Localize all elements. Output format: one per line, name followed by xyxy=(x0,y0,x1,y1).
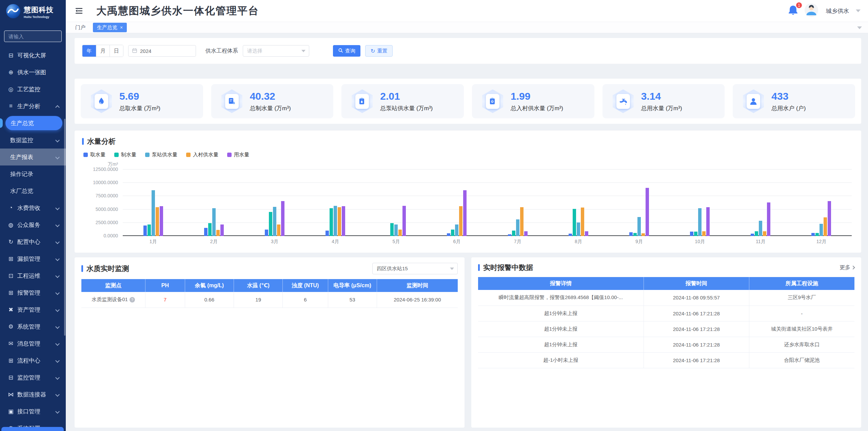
tab-portal[interactable]: 门户 xyxy=(75,24,85,31)
user-menu-caret-icon[interactable] xyxy=(856,9,861,12)
bar-制水量 xyxy=(694,232,697,236)
tab-production-overview[interactable]: 生产总览 × xyxy=(93,23,127,32)
sidebar-item-label: 消息管理 xyxy=(17,340,40,348)
sidebar-menu: ⊟可视化大屏⊕供水一张图◎工艺监控≡生产分析生产总览数据监控生产报表操作记录水厂… xyxy=(0,47,66,431)
sidebar-item-生产报表[interactable]: 生产报表 xyxy=(0,149,66,165)
sidebar-search-input[interactable] xyxy=(4,31,62,42)
sidebar-item-供水一张图[interactable]: ⊕供水一张图 xyxy=(0,64,66,81)
sidebar-item-消息管理[interactable]: ✉消息管理 xyxy=(0,335,66,352)
sidebar-item-报警管理[interactable]: ⊞报警管理 xyxy=(0,284,66,301)
sidebar-item-资产管理[interactable]: ✖资产管理 xyxy=(0,301,66,318)
help-icon[interactable]: ? xyxy=(130,297,135,302)
kpi-text: 2.01总泵站供水量 (万m³) xyxy=(380,91,433,112)
collapse-sidebar-icon[interactable] xyxy=(75,6,83,15)
user-avatar[interactable] xyxy=(804,3,818,19)
bar-取水量 xyxy=(143,226,147,236)
sidebar-item-label: 流程中心 xyxy=(17,357,40,365)
sidebar-item-label: 生产总览 xyxy=(11,119,34,127)
water-usage-icon-frame xyxy=(613,90,634,113)
chart-plot-area: 0.00002500.00005000.00007500.000010000.0… xyxy=(123,170,852,236)
sidebar-item-水厂总览[interactable]: 水厂总览 xyxy=(0,182,66,199)
water-quality-title: 水质实时监测 xyxy=(86,264,129,273)
legend-item-制水量[interactable]: 制水量 xyxy=(114,152,136,158)
column-header: 报警详情 xyxy=(478,277,644,290)
kpi-card: 2.01总泵站供水量 (万m³) xyxy=(341,84,464,118)
bar-泵站供水量 xyxy=(759,221,762,236)
legend-item-用水量[interactable]: 用水量 xyxy=(227,152,249,158)
sidebar-item-配置中心[interactable]: ↻配置中心 xyxy=(0,233,66,250)
legend-item-取水量[interactable]: 取水量 xyxy=(83,152,105,158)
station-select[interactable]: 四区供水站15 xyxy=(372,263,458,274)
x-axis-tick-label: 12月 xyxy=(791,239,852,245)
sidebar-item-label: 水费营收 xyxy=(17,204,40,212)
page-title: 大禹慧图城乡供水一体化管理平台 xyxy=(96,4,259,18)
more-alarms-link[interactable]: 更多 xyxy=(840,264,854,271)
year-picker[interactable]: 2024 xyxy=(128,45,196,57)
sidebar-item-接口管理[interactable]: ▣接口管理 xyxy=(0,403,66,420)
bar-group-11月 xyxy=(730,170,791,236)
sidebar-item-流程中心[interactable]: ⊞流程中心 xyxy=(0,352,66,369)
legend-swatch xyxy=(186,153,191,157)
pump-station-icon-frame xyxy=(352,90,373,113)
sidebar-item-监控管理[interactable]: ⊟监控管理 xyxy=(0,369,66,386)
sidebar-item-系统管理[interactable]: ⚙系统管理 xyxy=(0,318,66,335)
legend-item-泵站供水量[interactable]: 泵站供水量 xyxy=(145,152,177,158)
system-filter-label: 供水工程体系 xyxy=(205,47,238,55)
query-button[interactable]: 查询 xyxy=(333,45,360,57)
bar-用水量 xyxy=(524,231,528,236)
reset-icon: ↻ xyxy=(371,48,375,54)
bar-泵站供水量 xyxy=(152,190,155,236)
user-name[interactable]: 城乡供水 xyxy=(826,7,849,15)
sidebar-item-数据连接器[interactable]: ⋈数据连接器 xyxy=(0,386,66,403)
sidebar-item-水费营收[interactable]: ◔水费营收 xyxy=(0,199,66,216)
cell-time: 2024-11-08 09:55:57 xyxy=(644,290,749,306)
y-axis-tick-label: 0.0000 xyxy=(82,233,118,238)
bar-泵站供水量 xyxy=(273,207,276,236)
cell-facility: 合阳水厂储泥池 xyxy=(749,352,854,368)
water-intake-icon-frame xyxy=(91,90,112,113)
sidebar-item-生产总览[interactable]: 生产总览 xyxy=(0,115,66,132)
reset-button[interactable]: ↻ 重置 xyxy=(365,45,393,57)
chevron-down-icon xyxy=(55,358,60,363)
engineering-ops-icon: ⊡ xyxy=(7,272,15,279)
system-select[interactable]: 请选择 xyxy=(243,45,309,57)
sidebar-item-数据监控[interactable]: 数据监控 xyxy=(0,132,66,149)
sidebar-item-操作记录[interactable]: 操作记录 xyxy=(0,165,66,182)
chevron-down-icon xyxy=(55,341,60,346)
sidebar-scrollbar[interactable] xyxy=(64,119,65,336)
kpi-label: 总用水量 (万m³) xyxy=(641,104,682,112)
cell-time: 2024-11-06 17:21:28 xyxy=(644,321,749,337)
sidebar-item-工艺监控[interactable]: ◎工艺监控 xyxy=(0,81,66,98)
alarm-mgmt-icon: ⊞ xyxy=(7,289,15,296)
message-mgmt-icon: ✉ xyxy=(7,340,15,347)
monitoring-mgmt-icon: ⊟ xyxy=(7,374,15,381)
bar-取水量 xyxy=(690,232,693,236)
period-year-button[interactable]: 年 xyxy=(82,45,96,57)
tab-close-icon[interactable]: × xyxy=(120,25,123,30)
sidebar-item-可视化大屏[interactable]: ⊟可视化大屏 xyxy=(0,47,66,64)
x-axis-tick-label: 1月 xyxy=(123,239,183,245)
bar-制水量 xyxy=(269,212,272,236)
column-header: 电导率 (μS/cm) xyxy=(328,279,377,292)
column-header: 余氯 (mg/L) xyxy=(185,279,234,292)
sidebar-item-生产分析[interactable]: ≡生产分析 xyxy=(0,98,66,115)
bar-制水量 xyxy=(512,231,515,236)
more-label: 更多 xyxy=(840,264,850,271)
active-item-pill: 生产总览 xyxy=(5,116,62,130)
sidebar-item-漏损管理[interactable]: ⊞漏损管理 xyxy=(0,250,66,267)
x-axis-tick-label: 7月 xyxy=(487,239,548,245)
period-day-button[interactable]: 日 xyxy=(110,45,123,57)
bar-group-8月 xyxy=(548,170,609,236)
kpi-card: 40.32总制水量 (万m³) xyxy=(211,84,334,118)
legend-item-入村供水量[interactable]: 入村供水量 xyxy=(186,152,218,158)
bar-用水量 xyxy=(220,224,224,236)
sidebar-item-公众服务[interactable]: ◍公众服务 xyxy=(0,216,66,233)
legend-label: 泵站供水量 xyxy=(152,152,177,158)
tab-list-caret-icon[interactable] xyxy=(857,26,862,29)
kpi-text: 5.69总取水量 (万m³) xyxy=(119,91,160,112)
bar-用水量 xyxy=(646,188,649,236)
period-month-button[interactable]: 月 xyxy=(96,45,110,57)
notification-bell-icon[interactable]: 1 xyxy=(788,5,798,17)
sidebar-item-label: 报警管理 xyxy=(17,289,40,297)
sidebar-item-工程运维[interactable]: ⊡工程运维 xyxy=(0,267,66,284)
